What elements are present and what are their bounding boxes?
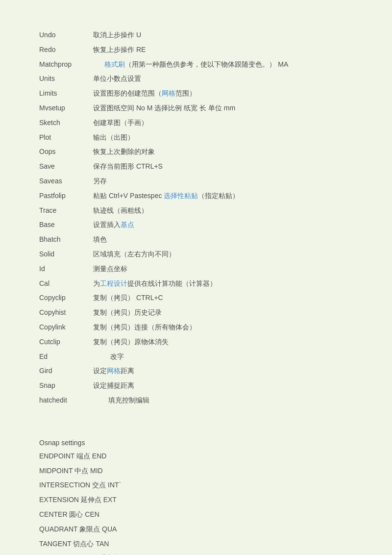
cmd-name-copyclip: Copyclip: [39, 292, 93, 304]
cmd-name-id: Id: [39, 263, 93, 275]
osnap-midpoint: MIDPOINT 中点 MID: [39, 465, 353, 477]
commands-section: Undo 取消上步操作 U Redo 恢复上步操作 RE Matchprop 格…: [39, 29, 353, 406]
cmd-name-matchprop: Matchprop: [39, 59, 93, 71]
cmd-save: Save 保存当前图形 CTRL+S: [39, 161, 353, 173]
cmd-name-pastfolip: Pastfolip: [39, 190, 93, 202]
link-base: 基点: [121, 221, 134, 228]
osnap-intersection: INTERSECTION 交点 INT`: [39, 479, 353, 491]
cmd-desc-hatchedit: 填充控制编辑: [93, 395, 353, 406]
cmd-units: Units 单位小数点设置: [39, 73, 353, 85]
cmd-sketch: Sketch 创建草图（手画）: [39, 117, 353, 129]
section-divider: [39, 409, 353, 424]
cmd-desc-id: 测量点坐标: [93, 263, 353, 275]
cmd-name-oops: Oops: [39, 146, 93, 158]
cmd-desc-solid: 区域填充（左右方向不同）: [93, 249, 353, 260]
cmd-name-solid: Solid: [39, 249, 93, 260]
cmd-redo: Redo 恢复上步操作 RE: [39, 44, 353, 56]
cmd-ed: Ed 改字: [39, 351, 353, 363]
cmd-undo: Undo 取消上步操作 U: [39, 29, 353, 41]
cmd-desc-oops: 恢复上次删除的对象: [93, 146, 353, 158]
link-gird: 网格: [107, 367, 121, 375]
cmd-mvsetup: Mvsetup 设置图纸空间 No M 选择比例 纸宽 长 单位 mm: [39, 102, 353, 114]
cmd-desc-limits: 设置图形的创建范围（网格范围）: [93, 88, 353, 100]
cmd-saveas: Saveas 另存: [39, 176, 353, 187]
cmd-name-snap: Snap: [39, 380, 93, 392]
osnap-center: CENTER 圆心 CEN: [39, 509, 353, 521]
cmd-name-save: Save: [39, 161, 93, 173]
cmd-name-base: Base: [39, 219, 93, 231]
cmd-name-limits: Limits: [39, 88, 93, 100]
link-limits-grid: 网格: [162, 89, 175, 97]
cmd-cutclip: Cutclip 复制（拷贝）原物体消失: [39, 336, 353, 348]
cmd-desc-pastfolip: 粘贴 Ctrl+V Pastespec 选择性粘贴（指定粘贴）: [93, 190, 353, 202]
cmd-desc-copyhist: 复制（拷贝）历史记录: [93, 307, 353, 319]
cmd-desc-copylink: 复制（拷贝）连接（所有物体会）: [93, 322, 353, 333]
osnap-tangent: TANGENT 切点心 TAN: [39, 538, 353, 550]
osnap-section-title: Osnap settings: [39, 439, 353, 447]
section-divider-2: [39, 424, 353, 439]
cmd-desc-bhatch: 填色: [93, 234, 353, 246]
cmd-desc-gird: 设定网格距离: [93, 365, 353, 377]
cmd-id: Id 测量点坐标: [39, 263, 353, 275]
cmd-pastfolip: Pastfolip 粘贴 Ctrl+V Pastespec 选择性粘贴（指定粘贴…: [39, 190, 353, 202]
cmd-desc-cal: 为工程设计提供在线计算功能（计算器）: [93, 278, 353, 290]
cmd-desc-plot: 输出（出图）: [93, 132, 353, 144]
cmd-desc-units: 单位小数点设置: [93, 73, 353, 85]
cmd-desc-mvsetup: 设置图纸空间 No M 选择比例 纸宽 长 单位 mm: [93, 102, 353, 114]
cmd-desc-matchprop: 格式刷（用第一种颜色供参考，使以下物体跟随变色。） MA: [93, 59, 353, 71]
link-matchprop: 格式刷: [104, 60, 125, 68]
cmd-name-sketch: Sketch: [39, 117, 93, 129]
cmd-oops: Oops 恢复上次删除的对象: [39, 146, 353, 158]
cmd-name-redo: Redo: [39, 44, 93, 56]
cmd-name-cutclip: Cutclip: [39, 336, 93, 348]
cmd-snap: Snap 设定捕捉距离: [39, 380, 353, 392]
cmd-name-cal: Cal: [39, 278, 93, 290]
cmd-copylink: Copylink 复制（拷贝）连接（所有物体会）: [39, 322, 353, 333]
cmd-desc-redo: 恢复上步操作 RE: [93, 44, 353, 56]
cmd-name-undo: Undo: [39, 29, 93, 41]
cmd-name-trace: Trace: [39, 205, 93, 217]
cmd-name-units: Units: [39, 73, 93, 85]
cmd-desc-ed: 改字: [93, 351, 353, 363]
cmd-copyclip: Copyclip 复制（拷贝） CTRL+C: [39, 292, 353, 304]
cmd-base: Base 设置插入基点: [39, 219, 353, 231]
osnap-endpoint: ENDPOINT 端点 END: [39, 451, 353, 462]
cmd-limits: Limits 设置图形的创建范围（网格范围）: [39, 88, 353, 100]
cmd-name-bhatch: Bhatch: [39, 234, 93, 246]
osnap-section: Osnap settings ENDPOINT 端点 END MIDPOINT …: [39, 439, 353, 555]
cmd-desc-copyclip: 复制（拷贝） CTRL+C: [93, 292, 353, 304]
cmd-plot: Plot 输出（出图）: [39, 132, 353, 144]
cmd-name-gird: Gird: [39, 365, 93, 377]
osnap-quadrant: QUADRANT 象限点 QUA: [39, 524, 353, 535]
osnap-perpendicular: PERPENDICULAR 垂直点 PER: [39, 553, 353, 555]
cmd-copyhist: Copyhist 复制（拷贝）历史记录: [39, 307, 353, 319]
osnap-extension: EXTENSION 延伸点 EXT: [39, 494, 353, 506]
cmd-desc-sketch: 创建草图（手画）: [93, 117, 353, 129]
link-pastfolip: 选择性粘贴: [164, 192, 198, 200]
cmd-name-hatchedit: hatchedit: [39, 395, 93, 406]
cmd-gird: Gird 设定网格距离: [39, 365, 353, 377]
cmd-desc-base: 设置插入基点: [93, 219, 353, 231]
cmd-desc-cutclip: 复制（拷贝）原物体消失: [93, 336, 353, 348]
cmd-desc-undo: 取消上步操作 U: [93, 29, 353, 41]
cmd-trace: Trace 轨迹线（画粗线）: [39, 205, 353, 217]
cmd-name-mvsetup: Mvsetup: [39, 102, 93, 114]
main-content: Undo 取消上步操作 U Redo 恢复上步操作 RE Matchprop 格…: [39, 29, 353, 555]
cmd-hatchedit: hatchedit 填充控制编辑: [39, 395, 353, 406]
cmd-desc-save: 保存当前图形 CTRL+S: [93, 161, 353, 173]
cmd-solid: Solid 区域填充（左右方向不同）: [39, 249, 353, 260]
cmd-matchprop: Matchprop 格式刷（用第一种颜色供参考，使以下物体跟随变色。） MA: [39, 59, 353, 71]
link-cal: 工程设计: [100, 279, 127, 287]
cmd-name-saveas: Saveas: [39, 176, 93, 187]
cmd-cal: Cal 为工程设计提供在线计算功能（计算器）: [39, 278, 353, 290]
cmd-desc-saveas: 另存: [93, 176, 353, 187]
cmd-name-copyhist: Copyhist: [39, 307, 93, 319]
cmd-bhatch: Bhatch 填色: [39, 234, 353, 246]
cmd-name-copylink: Copylink: [39, 322, 93, 333]
cmd-name-plot: Plot: [39, 132, 93, 144]
cmd-desc-trace: 轨迹线（画粗线）: [93, 205, 353, 217]
cmd-name-ed: Ed: [39, 351, 93, 363]
cmd-desc-snap: 设定捕捉距离: [93, 380, 353, 392]
